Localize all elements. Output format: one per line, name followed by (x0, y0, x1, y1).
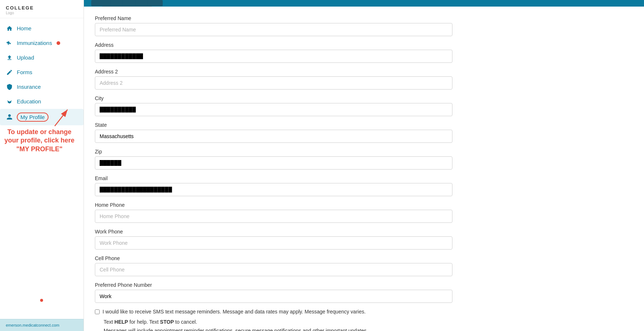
sidebar-item-label-education: Education (17, 98, 41, 104)
sidebar-item-label-home: Home (17, 25, 31, 31)
sidebar-item-label-insurance: Insurance (17, 84, 41, 90)
my-profile-icon (6, 113, 13, 121)
sms-checkbox-row: I would like to receive SMS text message… (95, 309, 452, 315)
zip-input[interactable] (95, 156, 452, 170)
sidebar-item-education[interactable]: Education (0, 94, 84, 109)
top-bar: ████████████ (84, 0, 644, 7)
cell-phone-label: Cell Phone (95, 255, 633, 261)
preferred-phone-input[interactable] (95, 290, 452, 303)
address-label: Address (95, 42, 633, 48)
stop-keyword: STOP (160, 319, 174, 325)
work-phone-group: Work Phone (95, 229, 633, 250)
sidebar-item-upload[interactable]: Upload (0, 50, 84, 65)
preferred-phone-label: Preferred Phone Number (95, 282, 633, 288)
top-bar-name: ████████████ (91, 0, 163, 7)
home-phone-label: Home Phone (95, 202, 633, 208)
sms-info-1: Text HELP for help. Text STOP to cancel. (95, 319, 452, 325)
logo-area: COLLEGE Logo (0, 0, 84, 18)
sidebar-item-forms[interactable]: Forms (0, 65, 84, 80)
help-keyword: HELP (115, 319, 128, 325)
home-icon (6, 25, 13, 32)
profile-form: Preferred Name Address Address 2 City St… (84, 7, 644, 331)
address2-input[interactable] (95, 76, 452, 90)
forms-icon (6, 69, 13, 76)
work-phone-input[interactable] (95, 236, 452, 250)
red-dot (40, 299, 43, 302)
sms-checkbox-label[interactable]: I would like to receive SMS text message… (103, 309, 366, 315)
sidebar-item-label-upload: Upload (17, 54, 34, 61)
home-phone-input[interactable] (95, 210, 452, 223)
address2-group: Address 2 (95, 69, 633, 90)
address-group: Address (95, 42, 633, 63)
sidebar-item-my-profile[interactable]: My Profile (0, 109, 84, 125)
email-group: Email (95, 175, 633, 196)
logo-label: Logo (6, 11, 14, 15)
city-input[interactable] (95, 103, 452, 116)
city-group: City (95, 95, 633, 116)
zip-label: Zip (95, 149, 633, 155)
sidebar-item-label-my-profile: My Profile (17, 113, 49, 122)
zip-group: Zip (95, 149, 633, 170)
home-phone-group: Home Phone (95, 202, 633, 223)
city-label: City (95, 95, 633, 101)
upload-icon (6, 54, 13, 61)
email-label: Email (95, 175, 633, 181)
sidebar-item-home[interactable]: Home (0, 21, 84, 36)
preferred-name-input[interactable] (95, 23, 452, 36)
sidebar-item-insurance[interactable]: Insurance (0, 80, 84, 94)
address-input[interactable] (95, 50, 452, 63)
sidebar-item-immunizations[interactable]: Immunizations (0, 36, 84, 50)
insurance-icon (6, 83, 13, 91)
preferred-name-group: Preferred Name (95, 15, 633, 36)
sidebar-item-label-forms: Forms (17, 69, 32, 75)
work-phone-label: Work Phone (95, 229, 633, 235)
footer-url: emerson.medicatconnect.com (6, 323, 59, 327)
state-input[interactable] (95, 130, 452, 143)
sms-checkbox[interactable] (95, 309, 100, 314)
sidebar-item-label-immunizations: Immunizations (17, 40, 52, 46)
sidebar: COLLEGE Logo Home Immunizations Upload (0, 0, 84, 331)
sms-info-2: Messages will include appointment remind… (95, 328, 452, 331)
main-content: ████████████ Preferred Name Address Addr… (84, 0, 644, 331)
cell-phone-input[interactable] (95, 263, 452, 276)
immunizations-badge (57, 41, 60, 45)
email-input[interactable] (95, 183, 452, 196)
state-group: State (95, 122, 633, 143)
logo-text: COLLEGE (6, 5, 34, 11)
sidebar-footer: emerson.medicatconnect.com (0, 319, 84, 331)
cell-phone-group: Cell Phone (95, 255, 633, 276)
preferred-name-label: Preferred Name (95, 15, 633, 21)
address2-label: Address 2 (95, 69, 633, 75)
education-icon (6, 98, 13, 105)
sidebar-nav: Home Immunizations Upload Forms (0, 18, 84, 319)
state-label: State (95, 122, 633, 128)
preferred-phone-group: Preferred Phone Number (95, 282, 633, 303)
immunizations-icon (6, 39, 13, 47)
